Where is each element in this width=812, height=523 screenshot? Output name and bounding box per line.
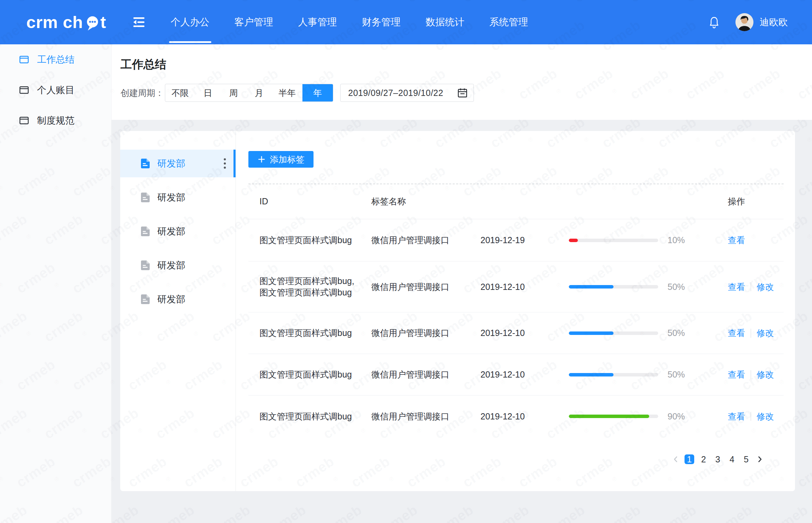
period-option-2[interactable]: 日 — [195, 84, 221, 101]
table-body: 图文管理页面样式调bug微信用户管理调接口2019-12-1910%查看图文管理… — [248, 219, 784, 437]
progress-track — [569, 331, 658, 335]
department-item-5[interactable]: 研发部 — [120, 285, 236, 313]
chat-bubble-icon — [85, 15, 100, 31]
progress-fill — [569, 331, 614, 335]
watermark-tile: crmeb® — [794, 162, 812, 200]
watermark-tile: crmeb® — [710, 502, 755, 523]
user-name[interactable]: 迪欧欧 — [760, 16, 788, 28]
top-nav: 个人办公客户管理人事管理财务管理数据统计系统管理 — [171, 0, 528, 44]
period-option-4[interactable]: 月 — [246, 84, 272, 101]
pagination-page-3[interactable]: 3 — [713, 454, 723, 464]
table-header-row: ID 标签名称 操作 — [248, 184, 784, 219]
pagination-page-2[interactable]: 2 — [699, 454, 708, 464]
period-option-3[interactable]: 周 — [221, 84, 246, 101]
cell-id: 图文管理页面样式调bug — [248, 369, 371, 380]
more-options-icon[interactable] — [222, 157, 227, 170]
pagination-page-5[interactable]: 5 — [741, 454, 751, 464]
cell-date: 2019-12-19 — [480, 235, 569, 245]
watermark-tile: crmeb® — [432, 502, 476, 523]
cell-id: 图文管理页面样式调bug — [248, 327, 371, 339]
cell-date: 2019-12-10 — [480, 328, 569, 338]
app-logo: crm ch t — [26, 12, 106, 32]
id-line: 图文管理页面样式调bug — [259, 234, 371, 246]
action-divider — [751, 329, 751, 338]
department-item-1[interactable]: 研发部 — [120, 150, 236, 177]
document-icon — [141, 193, 150, 202]
department-list: 研发部研发部研发部研发部研发部 — [120, 150, 236, 313]
table-row: 图文管理页面样式调bug微信用户管理调接口2019-12-1050%查看修改 — [248, 312, 784, 354]
user-avatar[interactable] — [735, 13, 753, 31]
cell-tag-name: 微信用户管理调接口 — [371, 234, 480, 246]
view-link[interactable]: 查看 — [728, 281, 745, 293]
pagination-prev-icon[interactable] — [672, 455, 680, 463]
department-item-label: 研发部 — [157, 157, 185, 170]
view-link[interactable]: 查看 — [728, 369, 745, 380]
nav-item-5[interactable]: 数据统计 — [426, 0, 465, 44]
period-option-5[interactable]: 半年 — [272, 84, 302, 101]
department-item-2[interactable]: 研发部 — [120, 184, 236, 211]
sidebar-menu: 工作总结个人账目制度规范 — [0, 44, 111, 136]
cell-date: 2019-12-10 — [480, 411, 569, 422]
cell-progress — [569, 415, 663, 418]
period-option-6[interactable]: 年 — [302, 84, 333, 101]
nav-item-3[interactable]: 人事管理 — [298, 0, 337, 44]
cell-actions: 查看 — [698, 234, 784, 246]
cell-actions: 查看修改 — [698, 369, 784, 380]
nav-item-4[interactable]: 财务管理 — [362, 0, 401, 44]
sidebar-item-1[interactable]: 工作总结 — [0, 44, 111, 75]
progress-fill — [569, 239, 578, 242]
edit-link[interactable]: 修改 — [757, 369, 774, 380]
table-row: 图文管理页面样式调bug微信用户管理调接口2019-12-1050%查看修改 — [248, 354, 784, 396]
document-icon — [141, 294, 150, 304]
view-link[interactable]: 查看 — [728, 234, 745, 246]
tags-table: ID 标签名称 操作 图文管理页面样式调bug微信用户管理调接口2019-12-… — [248, 184, 784, 437]
add-tag-button[interactable]: 添加标签 — [248, 151, 314, 168]
watermark-tile: crmeb® — [153, 502, 197, 523]
watermark-reg-mark: ® — [807, 330, 812, 337]
view-link[interactable]: 查看 — [728, 327, 745, 339]
watermark-tile: crmeb® — [794, 356, 812, 393]
notification-bell-icon[interactable] — [709, 16, 720, 29]
view-link[interactable]: 查看 — [728, 411, 745, 422]
menu-fold-icon[interactable] — [132, 16, 146, 28]
watermark-reg-mark: ® — [807, 233, 812, 240]
document-icon — [141, 159, 150, 168]
document-icon — [141, 260, 150, 270]
edit-link[interactable]: 修改 — [757, 281, 774, 293]
nav-item-1[interactable]: 个人办公 — [171, 0, 210, 44]
watermark-tile: crmeb® — [487, 502, 532, 523]
pagination: 12345 — [248, 454, 764, 464]
logo-text-right: t — [100, 12, 106, 32]
watermark-tile: crmeb® — [655, 502, 699, 523]
table-row: 图文管理页面样式调bug,图文管理页面样式调bug微信用户管理调接口2019-1… — [248, 262, 784, 312]
pagination-next-icon[interactable] — [756, 455, 764, 463]
sidebar-item-3[interactable]: 制度规范 — [0, 105, 111, 136]
edit-link[interactable]: 修改 — [757, 327, 774, 339]
watermark-tile: crmeb® — [794, 259, 812, 296]
watermark-tile: crmeb® — [794, 453, 812, 490]
cell-progress — [569, 331, 663, 335]
cell-tag-name: 微信用户管理调接口 — [371, 411, 480, 422]
header-right: 迪欧欧 — [709, 13, 812, 31]
department-item-label: 研发部 — [157, 293, 185, 305]
cell-actions: 查看修改 — [698, 281, 784, 293]
watermark-tile: crmeb® — [320, 502, 365, 523]
edit-link[interactable]: 修改 — [757, 411, 774, 422]
cell-percent: 50% — [663, 328, 698, 338]
table-row: 图文管理页面样式调bug微信用户管理调接口2019-12-1090%查看修改 — [248, 396, 784, 437]
sidebar-item-2[interactable]: 个人账目 — [0, 75, 111, 105]
period-option-1[interactable]: 不限 — [165, 84, 195, 101]
department-item-4[interactable]: 研发部 — [120, 251, 236, 279]
id-line: 图文管理页面样式调bug — [259, 369, 371, 380]
pagination-page-1[interactable]: 1 — [685, 454, 694, 464]
add-tag-button-label: 添加标签 — [270, 154, 304, 165]
watermark-tile: crmeb® — [543, 502, 588, 523]
nav-item-2[interactable]: 客户管理 — [235, 0, 273, 44]
department-item-3[interactable]: 研发部 — [120, 218, 236, 245]
column-header-id: ID — [248, 196, 371, 207]
nav-item-6[interactable]: 系统管理 — [489, 0, 528, 44]
period-segmented-control: 不限日周月半年年 — [165, 84, 333, 102]
pagination-page-4[interactable]: 4 — [727, 454, 737, 464]
sidebar-item-label: 个人账目 — [37, 84, 74, 96]
date-range-input[interactable]: 2019/09/27–2019/10/22 — [340, 84, 474, 102]
